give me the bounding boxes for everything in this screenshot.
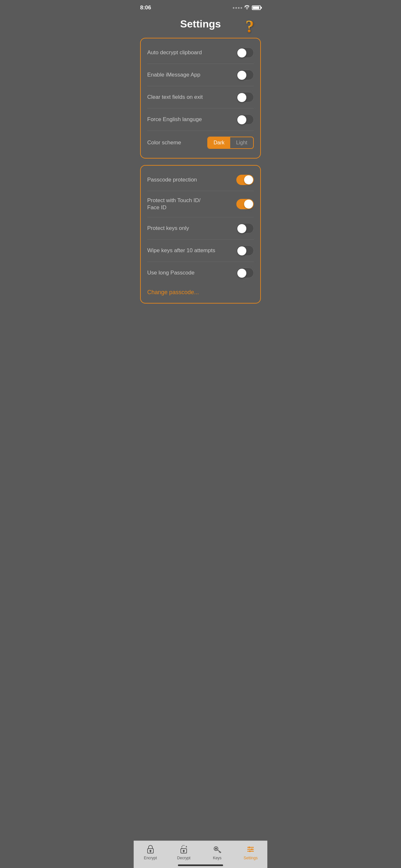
wifi-icon <box>244 4 250 11</box>
status-bar: 8:06 <box>134 0 267 13</box>
protect-keys-label: Protect keys only <box>147 225 236 232</box>
color-scheme-light[interactable]: Light <box>230 137 253 148</box>
color-scheme-row: Color scheme Dark Light <box>141 131 260 155</box>
protect-keys-row: Protect keys only <box>141 217 260 239</box>
change-passcode-button[interactable]: Change passcode... <box>141 284 260 300</box>
force-english-toggle[interactable] <box>236 114 254 125</box>
wipe-keys-row: Wipe keys after 10 attempts <box>141 240 260 261</box>
page-title: Settings <box>180 18 221 30</box>
touch-id-label: Protect with Touch ID/Face ID <box>147 197 212 211</box>
force-english-row: Force English languge <box>141 108 260 130</box>
general-settings-card: Auto decrypt clipboard Enable iMessage A… <box>140 38 261 159</box>
security-settings-card: Passcode protection Protect with Touch I… <box>140 165 261 304</box>
help-button[interactable]: ? <box>244 16 261 37</box>
long-passcode-row: Use long Passcode <box>141 262 260 284</box>
battery-icon <box>252 5 261 10</box>
time-display: 8:06 <box>140 4 151 11</box>
clear-text-label: Clear text fields on exit <box>147 94 236 101</box>
clear-text-row: Clear text fields on exit <box>141 86 260 108</box>
passcode-protection-label: Passcode protection <box>147 176 236 183</box>
force-english-label: Force English languge <box>147 116 236 123</box>
imessage-toggle[interactable] <box>236 70 254 80</box>
auto-decrypt-toggle[interactable] <box>236 48 254 58</box>
touch-id-toggle[interactable] <box>236 199 254 209</box>
passcode-protection-row: Passcode protection <box>141 169 260 191</box>
protect-keys-toggle[interactable] <box>236 223 254 234</box>
color-scheme-dark[interactable]: Dark <box>208 137 230 148</box>
wipe-keys-toggle[interactable] <box>236 245 254 256</box>
long-passcode-label: Use long Passcode <box>147 269 236 276</box>
imessage-row: Enable iMessage App <box>141 64 260 86</box>
color-scheme-label: Color scheme <box>147 139 207 146</box>
svg-text:?: ? <box>245 17 254 35</box>
auto-decrypt-label: Auto decrypt clipboard <box>147 49 236 56</box>
wipe-keys-label: Wipe keys after 10 attempts <box>147 247 236 254</box>
page-header: Settings ? <box>134 13 267 38</box>
imessage-label: Enable iMessage App <box>147 71 236 79</box>
passcode-protection-toggle[interactable] <box>236 175 254 185</box>
signal-icon <box>233 7 242 9</box>
auto-decrypt-row: Auto decrypt clipboard <box>141 42 260 64</box>
long-passcode-toggle[interactable] <box>236 268 254 278</box>
clear-text-toggle[interactable] <box>236 92 254 102</box>
touch-id-row: Protect with Touch ID/Face ID <box>141 191 260 217</box>
color-scheme-segmented[interactable]: Dark Light <box>207 136 254 149</box>
status-icons <box>233 4 261 11</box>
